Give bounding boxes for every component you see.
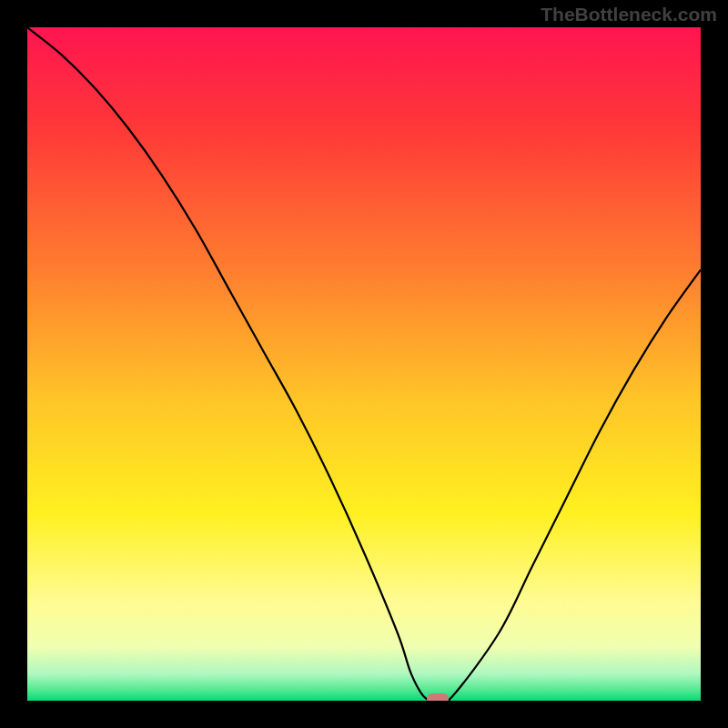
- plot-area: [27, 27, 701, 701]
- bottleneck-curve: [27, 27, 701, 701]
- optimal-point-marker: [427, 693, 449, 701]
- watermark-text: TheBottleneck.com: [541, 4, 717, 25]
- chart-container: TheBottleneck.com: [0, 0, 728, 728]
